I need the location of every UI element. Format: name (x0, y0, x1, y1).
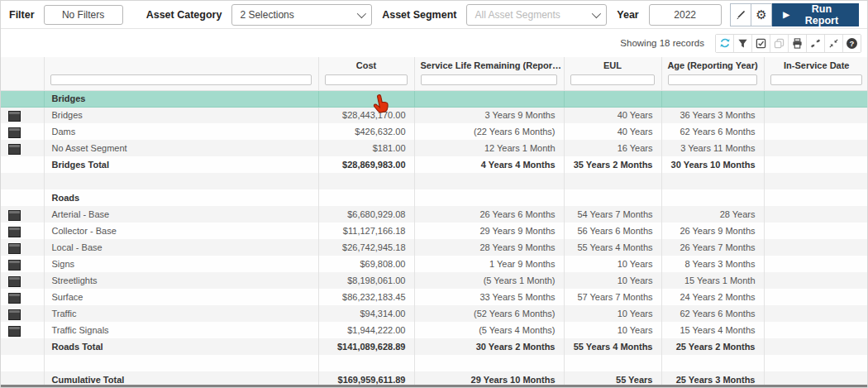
name-cell: Bridges Total (44, 156, 318, 173)
asset-detail-icon[interactable] (8, 309, 21, 320)
age-cell: 25 Years 2 Months (661, 338, 764, 355)
asset-detail-icon[interactable] (8, 111, 21, 122)
in-service-cell (764, 305, 868, 322)
chevron-down-icon (592, 8, 601, 17)
asset-detail-icon[interactable] (8, 144, 21, 155)
eul-cell: 10 Years (564, 322, 661, 338)
table-row[interactable]: Local - Base $26,742,945.18 28 Years 9 M… (1, 239, 868, 256)
play-icon: ▶ (783, 11, 789, 19)
eul-cell: 57 Years 7 Months (564, 289, 661, 305)
eul-cell: 55 Years 4 Months (564, 338, 661, 355)
name-cell: Arterial - Base (44, 206, 318, 223)
cost-column-header[interactable]: Cost (318, 57, 414, 74)
name-filter-input[interactable] (50, 74, 312, 85)
asset-detail-icon[interactable] (8, 326, 21, 337)
age-filter-input[interactable] (668, 74, 757, 85)
slr-cell: 29 Years 9 Months (414, 223, 564, 239)
age-cell: 26 Years 7 Months (661, 239, 764, 256)
in-service-cell (764, 206, 868, 223)
table-row[interactable]: Traffic $94,314.00 (52 Years 6 Months) 1… (1, 305, 868, 322)
cost-cell: $181.00 (318, 140, 414, 156)
asset-detail-icon[interactable] (8, 127, 21, 138)
expand-button[interactable] (806, 35, 824, 52)
settings-button[interactable]: ⚙ (751, 3, 773, 26)
in-service-filter-input[interactable] (770, 74, 863, 85)
asset-detail-icon[interactable] (8, 243, 21, 254)
table-row[interactable]: Bridges $28,443,170.00 3 Years 9 Months … (1, 107, 868, 123)
group-row-bridges[interactable]: Bridges (1, 90, 868, 107)
filter-icon (737, 38, 748, 49)
table-row[interactable]: Traffic Signals $1,944,222.00 (5 Years 4… (1, 322, 868, 338)
eul-column-header[interactable]: EUL (564, 57, 661, 74)
asset-detail-icon[interactable] (8, 227, 21, 237)
asset-segment-label: Asset Segment (382, 9, 456, 21)
group-row-roads[interactable]: Roads (1, 189, 868, 206)
copy-button[interactable] (770, 35, 788, 52)
table-row[interactable]: Signs $69,808.00 1 Year 9 Months 10 Year… (1, 256, 868, 272)
asset-detail-icon[interactable] (8, 260, 21, 271)
asset-detail-icon[interactable] (8, 210, 21, 221)
age-column-header[interactable]: Age (Reporting Year) (661, 57, 764, 74)
no-filters-button[interactable]: No Filters (44, 5, 123, 25)
name-column-header[interactable] (44, 57, 318, 74)
asset-detail-icon[interactable] (8, 276, 21, 287)
table-row[interactable]: Collector - Base $11,127,166.18 29 Years… (1, 223, 868, 239)
horizontal-scrollbar[interactable] (1, 385, 867, 387)
table-row[interactable]: No Asset Segment $181.00 12 Years 1 Mont… (1, 140, 868, 156)
in-service-column-header[interactable]: In-Service Date (764, 57, 868, 74)
slr-cell: 12 Years 1 Month (414, 140, 564, 156)
slr-cell (414, 189, 564, 206)
total-row-bridges[interactable]: Bridges Total $28,869,983.00 4 Years 4 M… (1, 156, 868, 173)
cost-cell (318, 90, 414, 107)
eul-cell: 16 Years (564, 140, 661, 156)
table-row[interactable]: Streetlights $8,198,061.00 (5 Years 1 Mo… (1, 272, 868, 289)
spacer-row (1, 173, 868, 189)
age-cell: 3 Years 11 Months (661, 140, 764, 156)
filter-button[interactable] (733, 35, 751, 52)
eul-filter-input[interactable] (570, 74, 655, 85)
help-button[interactable]: ? (842, 35, 861, 52)
asset-category-select[interactable]: 2 Selections (231, 4, 372, 26)
status-bar: Showing 18 records (1, 29, 867, 57)
table-row[interactable]: Surface $86,232,183.45 33 Years 5 Months… (1, 289, 868, 305)
total-row-roads[interactable]: Roads Total $141,089,628.89 30 Years 2 M… (1, 338, 868, 355)
name-cell: Bridges (44, 107, 318, 123)
collapse-button[interactable] (824, 35, 842, 52)
print-icon (792, 38, 803, 49)
eul-cell: 56 Years 6 Months (564, 223, 661, 239)
eul-cell (564, 90, 661, 107)
service-life-filter-input[interactable] (421, 74, 557, 85)
table-row[interactable]: Arterial - Base $6,680,929.08 26 Years 6… (1, 206, 868, 223)
cost-filter-input[interactable] (325, 74, 408, 85)
name-filter-cell (44, 74, 318, 90)
asset-segment-select[interactable]: All Asset Segments (466, 4, 607, 26)
age-cell: 62 Years 6 Months (661, 305, 764, 322)
style-brush-button[interactable] (730, 3, 751, 26)
spacer-row (1, 355, 868, 371)
cost-cell: $1,944,222.00 (318, 322, 414, 338)
edit-columns-button[interactable] (751, 35, 770, 52)
year-input[interactable] (649, 4, 722, 26)
asset-detail-icon[interactable] (8, 293, 21, 304)
in-service-cell (764, 189, 868, 206)
expand-icon (810, 38, 821, 49)
slr-filter-cell (414, 74, 564, 90)
collapse-icon (828, 38, 839, 49)
name-cell: Signs (44, 256, 318, 272)
cost-cell (318, 189, 414, 206)
table-row[interactable]: Dams $426,632.00 (22 Years 6 Months) 40 … (1, 123, 868, 140)
cost-cell: $426,632.00 (318, 123, 414, 140)
cost-cell: $8,198,061.00 (318, 272, 414, 289)
eul-cell: 55 Years 4 Months (564, 239, 661, 256)
name-cell: Traffic Signals (44, 322, 318, 338)
copy-icon (774, 38, 785, 49)
service-life-column-header[interactable]: Service Life Remaining (Reporting Yea... (414, 57, 564, 74)
refresh-button[interactable] (716, 35, 733, 52)
age-cell: 8 Years 3 Months (661, 256, 764, 272)
print-button[interactable] (788, 35, 806, 52)
asset-category-label: Asset Category (146, 9, 222, 21)
slr-cell: (22 Years 6 Months) (414, 123, 564, 140)
name-cell: Roads Total (44, 338, 318, 355)
run-report-button[interactable]: ▶ Run Report (772, 3, 859, 26)
eul-cell: 40 Years (564, 123, 661, 140)
